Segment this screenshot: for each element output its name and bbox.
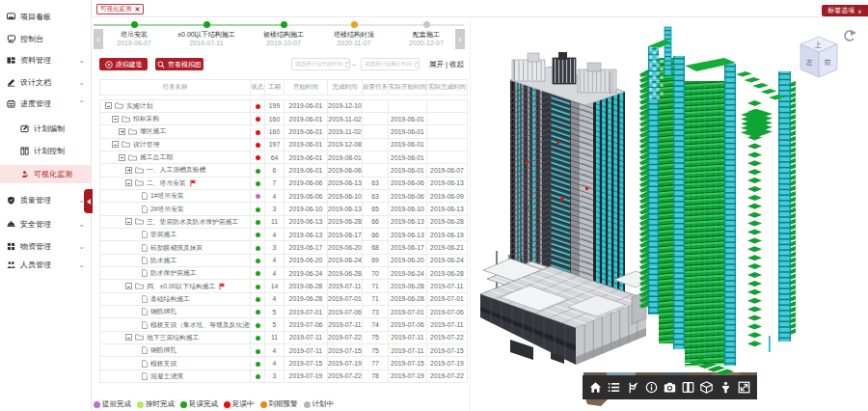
svg-text:左: 左 bbox=[806, 59, 813, 66]
svg-text:前: 前 bbox=[825, 59, 831, 66]
svg-text:上: 上 bbox=[815, 41, 822, 48]
